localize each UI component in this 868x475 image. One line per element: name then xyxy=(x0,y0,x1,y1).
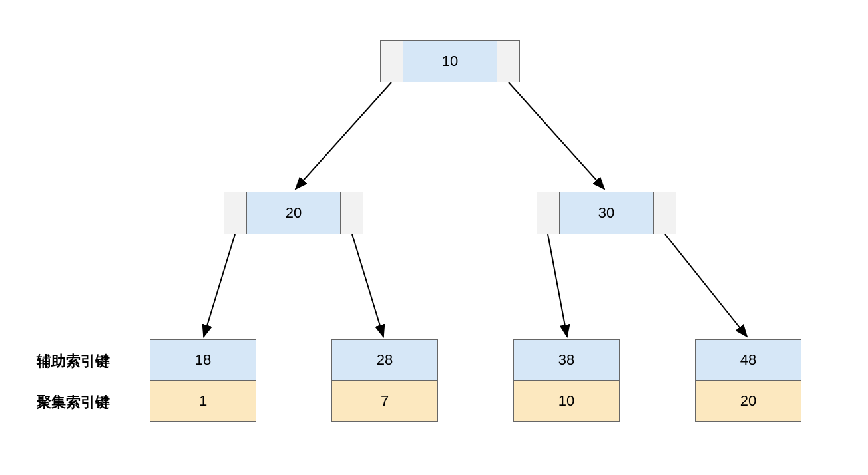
aux-label: 辅助索引键 xyxy=(37,351,110,371)
leaf-3-aux: 48 xyxy=(695,339,801,381)
svg-line-3 xyxy=(204,234,235,337)
leaf-2-clu: 10 xyxy=(513,381,620,422)
svg-line-4 xyxy=(352,234,383,337)
svg-line-2 xyxy=(509,82,604,189)
mid-left-node: 20 xyxy=(224,192,363,234)
svg-line-5 xyxy=(548,234,567,337)
mid-left-slot-right xyxy=(340,192,363,234)
mid-right-node: 30 xyxy=(537,192,676,234)
leaf-0-clu: 1 xyxy=(150,381,256,422)
mid-right-key: 30 xyxy=(560,192,653,234)
leaf-3: 48 20 xyxy=(695,339,801,422)
mid-right-slot-left xyxy=(537,192,560,234)
root-slot-right xyxy=(497,41,519,82)
mid-left-key: 20 xyxy=(247,192,340,234)
leaf-3-clu: 20 xyxy=(695,381,801,422)
leaf-2-aux: 38 xyxy=(513,339,620,381)
mid-right-slot-right xyxy=(653,192,676,234)
leaf-2: 38 10 xyxy=(513,339,620,422)
root-slot-left xyxy=(381,41,403,82)
leaf-1-aux: 28 xyxy=(331,339,438,381)
leaf-1-clu: 7 xyxy=(331,381,438,422)
root-node: 10 xyxy=(380,40,520,82)
mid-left-slot-left xyxy=(224,192,247,234)
root-key: 10 xyxy=(403,41,497,82)
svg-line-6 xyxy=(665,234,747,337)
leaf-0: 18 1 xyxy=(150,339,256,422)
leaf-1: 28 7 xyxy=(331,339,438,422)
leaf-0-aux: 18 xyxy=(150,339,256,381)
svg-line-1 xyxy=(296,82,391,189)
clu-label: 聚集索引键 xyxy=(37,393,110,412)
